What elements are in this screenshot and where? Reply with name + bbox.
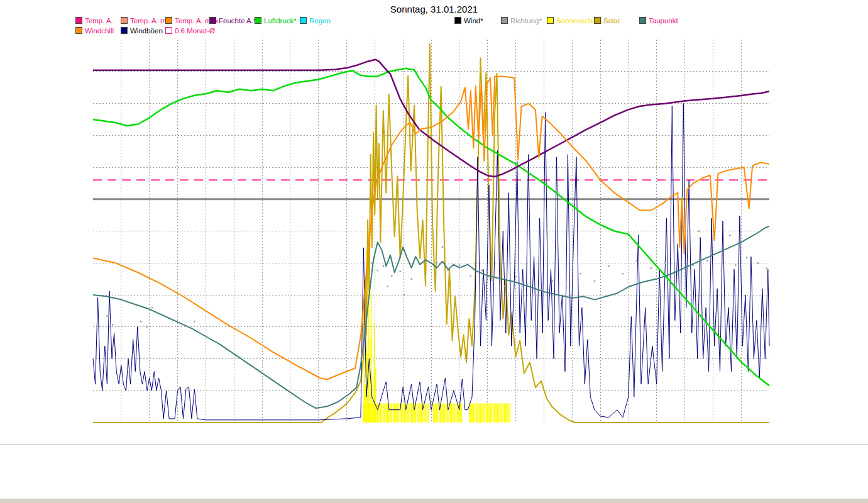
- status-bar: [0, 498, 868, 503]
- sensor-summary-table: [0, 445, 868, 499]
- chart-area: [0, 0, 868, 446]
- weather-app-window: Sonntag, 31.01.2021 Temp. A.Temp. A. min…: [0, 0, 868, 503]
- weather-chart-svg: [0, 0, 868, 444]
